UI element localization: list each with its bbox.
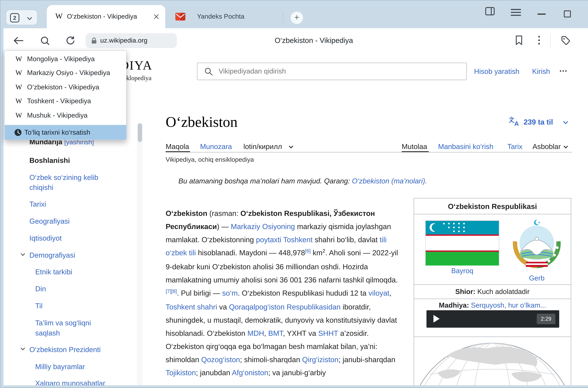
tab-counter-button[interactable]: 2 <box>6 10 38 25</box>
address-bar[interactable]: uz.wikipedia.org <box>85 33 177 48</box>
tab-read[interactable]: Mutolaa <box>402 142 427 151</box>
browser-window: 2 W O‘zbekiston - Vikipediya Yandeks Poc… <box>0 0 588 388</box>
wikipedia-favicon-icon: W <box>55 12 63 21</box>
site-tagline: Vikipediya, ochiq ensiklopediya <box>166 156 254 163</box>
toc-item[interactable]: Din <box>35 284 46 294</box>
search-icon <box>204 67 213 76</box>
motto-row: Shior: Kuch adolatdadir <box>414 288 571 296</box>
uzbekistan-coat-of-arms-image[interactable] <box>512 218 562 268</box>
wikipedia-favicon-icon: W <box>16 69 25 77</box>
tabs-rule <box>166 152 572 152</box>
menu-hamburger-icon[interactable] <box>511 8 521 17</box>
arms-caption-link[interactable]: Gerb <box>512 274 562 282</box>
more-menu-icon[interactable] <box>538 35 540 45</box>
toc-item[interactable]: O‘zbek so‘zining kelib chiqishi <box>29 172 113 193</box>
chevron-down-icon <box>289 144 293 148</box>
chevron-down-icon <box>27 15 32 20</box>
infobox-title: O‘zbekiston Respublikasi <box>414 198 571 214</box>
flag-caption-link[interactable]: Bayroq <box>425 267 499 275</box>
tab-view-source[interactable]: Manbasini ko‘rish <box>438 142 493 151</box>
infobox-divider <box>414 337 571 337</box>
toc-item[interactable]: Iqtisodiyot <box>29 233 62 243</box>
toc-item[interactable]: Til <box>35 301 43 311</box>
language-icon[interactable]: A <box>509 116 520 126</box>
yandex-mail-icon <box>175 13 185 21</box>
tab-strip: 2 W O‘zbekiston - Vikipediya Yandeks Poc… <box>0 0 588 28</box>
tab-history[interactable]: Tarix <box>507 142 522 151</box>
globe-locator-map[interactable] <box>415 338 570 385</box>
create-account-link[interactable]: Hisob yaratish <box>474 67 519 76</box>
lock-icon <box>91 37 97 44</box>
new-tab-button[interactable]: + <box>291 12 303 24</box>
toc-scrollbar-thumb[interactable] <box>138 123 142 142</box>
audio-duration: 2:29 <box>537 314 555 324</box>
reload-icon[interactable] <box>65 36 75 46</box>
tab-count-badge: 2 <box>10 13 19 23</box>
toc-item[interactable]: Geografiyasi <box>29 216 70 226</box>
toc-item[interactable]: Milliy bayramlar <box>35 362 85 372</box>
tab-variant[interactable]: lotin/кирилл <box>244 142 282 151</box>
infobox: O‘zbekiston Respublikasi Bayroq <box>414 198 571 385</box>
toc-item[interactable]: Xalqaro munosabatlar <box>35 378 105 385</box>
svg-text:A: A <box>514 120 519 126</box>
history-dropdown: W Mongoliya - Vikipediya W Markaziy Osiy… <box>4 50 126 140</box>
tab-active[interactable]: W O‘zbekiston - Vikipediya <box>47 5 165 28</box>
show-full-history-item[interactable]: To‘liq tarixni ko‘rsatish <box>5 125 126 140</box>
audio-player[interactable]: 2:29 <box>426 310 559 328</box>
wikipedia-favicon-icon: W <box>16 83 25 91</box>
toc-item[interactable]: Tarixi <box>29 199 46 209</box>
uzbekistan-flag-image[interactable] <box>425 220 499 266</box>
search-input[interactable] <box>219 63 459 80</box>
wikipedia-favicon-icon: W <box>16 97 25 105</box>
back-icon[interactable] <box>13 36 24 45</box>
infobox-divider <box>414 284 571 285</box>
tag-icon[interactable] <box>561 36 571 46</box>
sidebar-panel-icon[interactable] <box>485 7 495 16</box>
hatnote: Bu atamaning boshqa ma’nolari ham mavjud… <box>178 177 527 185</box>
browser-toolbar: uz.wikipedia.org O‘zbekiston - Vikipediy… <box>3 28 588 52</box>
history-item[interactable]: W O‘zbekiston - Vikipediya <box>5 80 126 94</box>
tab-tools[interactable]: Asboblar <box>533 142 561 151</box>
search-icon[interactable] <box>40 36 50 46</box>
play-icon[interactable] <box>434 315 440 323</box>
toc-expand-icon[interactable] <box>21 252 25 256</box>
toc-scrollbar[interactable] <box>137 123 143 385</box>
history-item[interactable]: W Mushuk - Vikipediya <box>5 108 126 122</box>
history-item[interactable]: W Mongoliya - Vikipediya <box>5 52 126 66</box>
chevron-down-icon <box>564 144 568 148</box>
anthem-row: Madhiya: Serquyosh, hur o‘lkam... <box>414 301 571 310</box>
tab-title: Yandeks Pochta <box>197 13 274 21</box>
wikipedia-favicon-icon: W <box>16 55 25 63</box>
tab-inactive[interactable]: Yandeks Pochta <box>165 5 281 28</box>
page-title: O‘zbekiston - Vikipediya <box>229 36 399 45</box>
tab-title: O‘zbekiston - Vikipediya <box>67 13 151 21</box>
url-text: uz.wikipedia.org <box>100 37 147 45</box>
tab-talk[interactable]: Munozara <box>200 142 232 151</box>
minimize-button[interactable] <box>538 14 546 14</box>
toc-item[interactable]: O‘zbekiston Prezidenti <box>29 345 101 355</box>
history-item[interactable]: W Markaziy Osiyo - Vikipediya <box>5 66 126 80</box>
history-item[interactable]: W Toshkent - Vikipediya <box>5 94 126 108</box>
toc-expand-icon[interactable] <box>21 346 25 350</box>
wiki-search-bar[interactable] <box>197 63 467 80</box>
toolbar-divider <box>550 34 551 48</box>
close-tab-icon[interactable] <box>154 14 159 19</box>
article-body: O‘zbekiston (rasman: O‘zbekiston Respubl… <box>166 207 405 379</box>
toc-item-boshlanishi[interactable]: Boshlanishi <box>29 156 70 166</box>
tab-article[interactable]: Maqola <box>166 142 189 151</box>
user-menu-dots[interactable]: ••• <box>560 68 567 74</box>
toc-item[interactable]: Ta’lim va sog‘liqni saqlash <box>35 318 109 338</box>
toc-item[interactable]: Demografiyasi <box>29 250 75 260</box>
infobox-divider <box>414 299 571 299</box>
maximize-button[interactable] <box>564 10 571 17</box>
tab-separator <box>283 11 283 24</box>
article-title: O‘zbekiston <box>166 113 237 130</box>
wikipedia-favicon-icon: W <box>16 111 25 120</box>
bookmark-icon[interactable] <box>515 35 523 45</box>
clock-icon <box>14 128 22 136</box>
toc-item[interactable]: Etnik tarkibi <box>35 267 72 277</box>
login-link[interactable]: Kirish <box>532 67 550 76</box>
chevron-down-icon <box>563 119 568 124</box>
language-count-button[interactable]: 239 ta til <box>524 118 553 126</box>
